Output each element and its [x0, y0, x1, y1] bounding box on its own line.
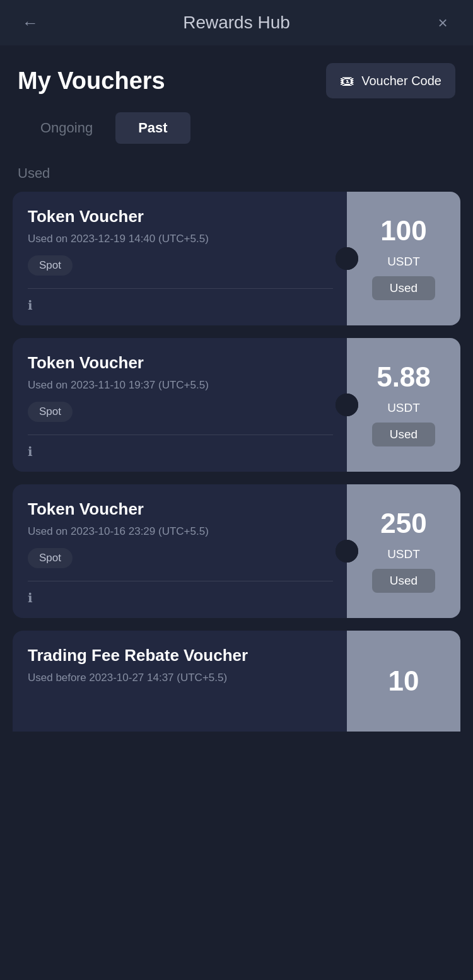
card-date-1: Used on 2023-12-19 14:40 (UTC+5.5)	[28, 233, 333, 245]
vouchers-list: Token Voucher Used on 2023-12-19 14:40 (…	[0, 192, 473, 744]
card-name-4: Trading Fee Rebate Voucher	[28, 646, 333, 665]
card-divider-1	[28, 288, 333, 289]
header: ← Rewards Hub ×	[0, 0, 473, 45]
voucher-card-2: Token Voucher Used on 2023-11-10 19:37 (…	[13, 338, 460, 472]
voucher-card-3: Token Voucher Used on 2023-10-16 23:29 (…	[13, 484, 460, 618]
voucher-card-1: Token Voucher Used on 2023-12-19 14:40 (…	[13, 192, 460, 325]
card-date-2: Used on 2023-11-10 19:37 (UTC+5.5)	[28, 379, 333, 392]
card-date-3: Used on 2023-10-16 23:29 (UTC+5.5)	[28, 525, 333, 538]
card-currency-2: USDT	[387, 401, 420, 415]
card-name-3: Token Voucher	[28, 499, 333, 519]
card-left-1: Token Voucher Used on 2023-12-19 14:40 (…	[13, 192, 347, 325]
section-used-label: Used	[0, 158, 473, 192]
card-right-3: 250 USDT Used	[347, 484, 460, 618]
back-button[interactable]: ←	[18, 13, 43, 33]
card-tag-3: Spot	[28, 548, 73, 568]
card-right-4: 10	[347, 631, 460, 732]
tabs-container: Ongoing Past	[0, 112, 473, 158]
close-button[interactable]: ×	[430, 13, 455, 33]
info-icon-2[interactable]: ℹ	[28, 445, 33, 458]
card-divider-2	[28, 435, 333, 435]
voucher-icon: 🎟	[340, 72, 355, 90]
page-title: My Vouchers	[18, 67, 165, 95]
card-amount-3: 250	[380, 510, 426, 537]
info-icon-3[interactable]: ℹ	[28, 591, 33, 605]
card-name-2: Token Voucher	[28, 353, 333, 373]
header-title: Rewards Hub	[43, 13, 430, 33]
card-left-3: Token Voucher Used on 2023-10-16 23:29 (…	[13, 484, 347, 618]
card-status-2: Used	[372, 423, 435, 446]
card-right-1: 100 USDT Used	[347, 192, 460, 325]
voucher-card-4: Trading Fee Rebate Voucher Used before 2…	[13, 631, 460, 732]
card-left-4: Trading Fee Rebate Voucher Used before 2…	[13, 631, 347, 732]
card-amount-2: 5.88	[377, 363, 431, 391]
tab-past[interactable]: Past	[115, 112, 190, 144]
card-amount-4: 10	[388, 667, 419, 695]
card-status-1: Used	[372, 276, 435, 300]
card-tag-2: Spot	[28, 402, 73, 422]
card-tag-1: Spot	[28, 255, 73, 276]
card-right-2: 5.88 USDT Used	[347, 338, 460, 472]
voucher-code-label: Voucher Code	[361, 74, 441, 88]
vouchers-header: My Vouchers 🎟 Voucher Code	[0, 45, 473, 112]
card-currency-1: USDT	[387, 255, 420, 269]
card-date-4: Used before 2023-10-27 14:37 (UTC+5.5)	[28, 672, 333, 684]
voucher-code-button[interactable]: 🎟 Voucher Code	[326, 63, 455, 98]
card-amount-1: 100	[380, 217, 426, 245]
info-icon-1[interactable]: ℹ	[28, 298, 33, 312]
card-status-3: Used	[372, 569, 435, 593]
card-name-1: Token Voucher	[28, 207, 333, 226]
card-left-2: Token Voucher Used on 2023-11-10 19:37 (…	[13, 338, 347, 472]
card-currency-3: USDT	[387, 547, 420, 561]
tab-ongoing[interactable]: Ongoing	[18, 112, 115, 144]
card-divider-3	[28, 581, 333, 581]
